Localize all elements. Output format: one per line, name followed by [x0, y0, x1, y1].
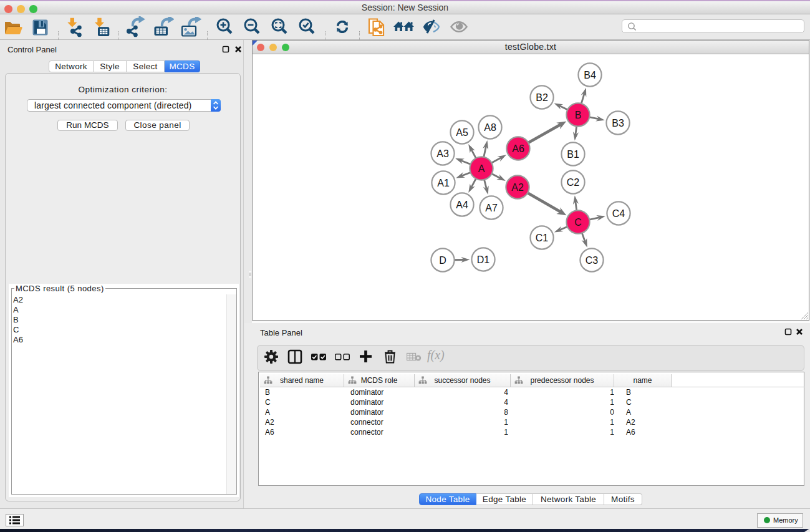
- svg-text:A7: A7: [485, 203, 498, 213]
- svg-text:A6: A6: [512, 143, 524, 154]
- svg-text:C3: C3: [586, 255, 599, 266]
- svg-text:A8: A8: [484, 122, 496, 133]
- svg-text:A5: A5: [456, 127, 468, 138]
- svg-text:B1: B1: [567, 149, 579, 160]
- svg-text:A3: A3: [436, 148, 449, 159]
- svg-text:A: A: [478, 163, 485, 174]
- svg-text:C2: C2: [567, 177, 580, 188]
- svg-text:B: B: [575, 110, 582, 120]
- svg-text:A1: A1: [437, 178, 450, 188]
- svg-text:D1: D1: [477, 254, 490, 265]
- svg-text:C1: C1: [536, 233, 549, 243]
- svg-text:C4: C4: [612, 208, 625, 219]
- svg-text:B4: B4: [584, 70, 596, 80]
- svg-text:D: D: [439, 255, 446, 266]
- svg-text:B2: B2: [536, 92, 548, 103]
- svg-text:C: C: [574, 217, 582, 228]
- svg-text:A4: A4: [456, 200, 468, 210]
- svg-text:A2: A2: [511, 182, 524, 193]
- svg-text:B3: B3: [612, 118, 624, 128]
